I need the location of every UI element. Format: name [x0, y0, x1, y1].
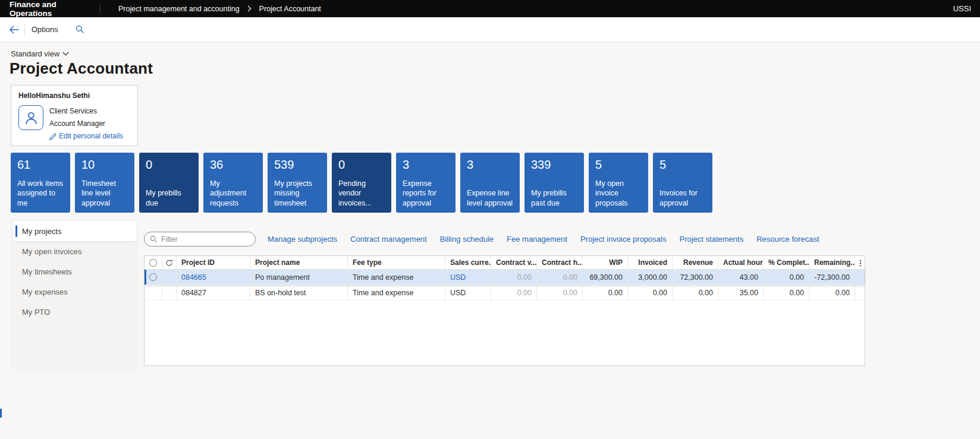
column-header-revenue[interactable]: Revenue [673, 256, 718, 269]
grid-header-row: Project IDProject nameFee typeSales curr… [145, 256, 865, 270]
tile-count: 0 [146, 157, 193, 172]
kpi-tile-pending-vendor-invoices[interactable]: 0Pending vendor invoices... [332, 153, 391, 213]
table-cell-invoiced: 0.00 [628, 285, 673, 300]
tile-label: My prebills past due [531, 188, 578, 208]
topbar-divider [100, 4, 100, 13]
table-cell-contract-v: 0.00 [491, 270, 537, 285]
table-cell-remaining: -72,300.00 [809, 270, 855, 285]
row-refresh-cell [162, 285, 177, 300]
top-navigation-bar: Finance and Operations Project managemen… [0, 0, 980, 17]
table-cell-project-id[interactable]: 084665 [177, 270, 250, 285]
tile-label: My open invoice proposals [595, 179, 642, 209]
column-header-contract-v[interactable]: Contract v... [491, 256, 537, 269]
kpi-tile-my-prebills-past-due[interactable]: 339My prebills past due [524, 153, 584, 213]
breadcrumb-chevron-icon [247, 5, 252, 12]
kpi-tile-all-work-items-assigned-to-me[interactable]: 61All work items assigned to me [11, 153, 70, 213]
row-select-cell[interactable] [145, 270, 162, 285]
bottom-left-accent [0, 409, 2, 418]
table-cell-sales-curre[interactable]: USD [445, 270, 491, 285]
kpi-tile-timesheet-line-level-approval[interactable]: 10Timesheet line level approval [75, 153, 134, 213]
column-header-actual-hours[interactable]: Actual hours [718, 256, 764, 269]
column-header-fee-type[interactable]: Fee type [348, 256, 445, 269]
toolbar-links: Manage subprojectsContract managementBil… [268, 235, 819, 244]
pencil-icon [49, 133, 56, 140]
column-header-contract-h[interactable]: Contract h... [537, 256, 583, 269]
table-cell-wip: 0.00 [583, 285, 628, 300]
sidebar-item-my-expenses[interactable]: My expenses [11, 282, 138, 302]
toolbar-link-project-invoice-proposals[interactable]: Project invoice proposals [580, 235, 667, 244]
edit-personal-details-link[interactable]: Edit personal details [49, 130, 123, 143]
column-header-sales-curre[interactable]: Sales curre... [445, 256, 491, 269]
tile-count: 10 [81, 157, 128, 172]
column-header-complet[interactable]: % Complet... [764, 256, 809, 269]
tile-label: Expense reports for approval [403, 179, 450, 209]
kpi-tile-my-projects-missing-timesheet[interactable]: 539My projects missing timesheet [268, 153, 327, 213]
back-button[interactable] [9, 26, 19, 34]
sidebar-item-my-projects[interactable]: My projects [12, 221, 137, 241]
column-header-remaining[interactable]: Remaining... [809, 256, 855, 269]
row-refresh-cell [162, 270, 177, 285]
tile-label: Invoices for approval [659, 188, 706, 208]
avatar [18, 105, 43, 130]
kpi-tile-my-prebills-due[interactable]: 0My prebills due [139, 153, 199, 213]
tile-label: My adjustment requests [210, 179, 257, 209]
table-cell-contract-h: 0.00 [537, 270, 583, 285]
filter-input[interactable] [161, 235, 250, 244]
table-cell-complet: 0.00 [764, 270, 809, 285]
refresh-cell[interactable] [162, 256, 177, 269]
toolbar-link-billing-schedule[interactable]: Billing schedule [440, 235, 494, 244]
table-cell-revenue: 72,300.00 [673, 270, 718, 285]
tile-count: 5 [595, 157, 642, 172]
table-cell-contract-h: 0.00 [537, 285, 583, 300]
sidebar-item-my-timesheets[interactable]: My timesheets [11, 261, 138, 282]
select-all-cell[interactable] [145, 256, 162, 269]
refresh-icon[interactable] [165, 259, 173, 267]
tile-count: 61 [17, 157, 64, 172]
sidebar-item-my-pto[interactable]: My PTO [11, 302, 138, 322]
toolbar-link-project-statements[interactable]: Project statements [679, 235, 743, 244]
tile-label: My prebills due [146, 188, 193, 208]
filter-box[interactable] [144, 232, 256, 247]
table-cell-wip: 69,300.00 [583, 270, 628, 285]
page-title: Project Accountant [10, 59, 980, 78]
command-bar: Options [0, 17, 980, 42]
tile-count: 0 [338, 157, 385, 172]
select-all-radio[interactable] [149, 259, 157, 267]
column-header-project-name[interactable]: Project name [250, 256, 348, 269]
breadcrumb-page[interactable]: Project Accountant [259, 5, 321, 13]
table-cell-project-name: Po management [250, 270, 348, 285]
search-icon[interactable] [76, 25, 84, 34]
table-cell-actual-hours: 35.00 [718, 285, 764, 300]
grid-body: 084665Po managementTime and expenseUSD0.… [145, 270, 865, 301]
tile-label: Expense line level approval [467, 188, 514, 208]
breadcrumb-module[interactable]: Project management and accounting [118, 5, 240, 13]
kpi-tile-invoices-for-approval[interactable]: 5Invoices for approval [653, 153, 712, 213]
table-cell-fee-type: Time and expense [348, 285, 445, 300]
toolbar-link-contract-management[interactable]: Contract management [350, 235, 427, 244]
kpi-tile-my-open-invoice-proposals[interactable]: 5My open invoice proposals [589, 153, 648, 213]
chevron-down-icon [62, 52, 69, 56]
column-header-project-id[interactable]: Project ID [177, 256, 250, 269]
row-options-cell [855, 285, 866, 300]
kpi-tile-expense-line-level-approval[interactable]: 3Expense line level approval [460, 153, 520, 213]
view-selector[interactable]: Standard view [11, 49, 69, 58]
app-title[interactable]: Finance and Operations [0, 0, 100, 18]
toolbar-link-manage-subprojects[interactable]: Manage subprojects [268, 235, 337, 244]
row-select-cell[interactable] [145, 285, 162, 300]
kpi-tile-expense-reports-for-approval[interactable]: 3Expense reports for approval [396, 153, 456, 213]
column-header-invoiced[interactable]: Invoiced [628, 256, 673, 269]
row-radio[interactable] [149, 273, 157, 281]
tile-count: 3 [467, 157, 514, 172]
toolbar-link-fee-management[interactable]: Fee management [507, 235, 567, 244]
table-row[interactable]: 084827BS on-hold testTime and expenseUSD… [145, 285, 865, 301]
table-cell-invoiced: 3,000.00 [628, 270, 673, 285]
kpi-tile-my-adjustment-requests[interactable]: 36My adjustment requests [203, 153, 263, 213]
column-header-wip[interactable]: WIP [583, 256, 628, 269]
options-menu[interactable]: Options [32, 25, 58, 34]
toolbar-link-resource-forecast[interactable]: Resource forecast [756, 235, 819, 244]
table-row[interactable]: 084665Po managementTime and expenseUSD0.… [145, 270, 865, 285]
more-options-icon[interactable]: ⋮ [857, 258, 865, 267]
environment-label[interactable]: USSI [953, 4, 980, 13]
column-options-cell[interactable]: ⋮ [855, 256, 866, 269]
sidebar-item-my-open-invoices[interactable]: My open invoices [11, 241, 138, 261]
